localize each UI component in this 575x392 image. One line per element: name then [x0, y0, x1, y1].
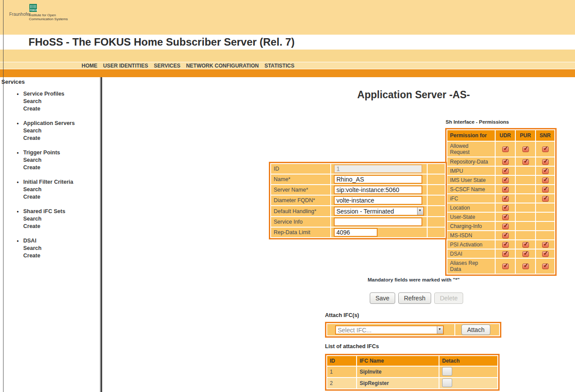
pur-checkbox[interactable] [516, 157, 535, 166]
snr-checkbox[interactable] [536, 259, 554, 274]
checkbox-checked-icon [542, 159, 549, 165]
detach-button[interactable] [442, 367, 452, 376]
initial-filter-criteria-search-link[interactable]: Search [18, 186, 75, 193]
checkbox-checked-icon [542, 178, 549, 183]
mandatory-fields-note: Mandatory fields were marked with "*" [326, 277, 501, 282]
snr-checkbox[interactable] [536, 157, 554, 166]
permission-row: Repository-Data [447, 157, 554, 166]
udr-checkbox[interactable] [496, 167, 515, 175]
pur-checkbox[interactable] [516, 194, 535, 203]
permission-label: Charging-Info [447, 222, 495, 230]
pur-checkbox[interactable] [516, 249, 535, 258]
snr-checkbox[interactable] [536, 142, 554, 157]
service-profiles-create-link[interactable]: Create [18, 105, 75, 113]
save-button[interactable]: Save [370, 292, 395, 304]
service-info-field[interactable] [334, 217, 422, 226]
checkbox-checked-icon [502, 187, 509, 192]
udr-checkbox[interactable] [496, 231, 515, 239]
pur-checkbox[interactable] [516, 185, 535, 193]
udr-checkbox[interactable] [496, 203, 515, 212]
udr-checkbox[interactable] [496, 222, 515, 230]
pur-checkbox[interactable] [516, 231, 535, 239]
name-field[interactable] [334, 175, 422, 184]
delete-button[interactable]: Delete [434, 292, 463, 304]
main-nav: HOME USER IDENTITIES SERVICES NETWORK CO… [82, 63, 294, 69]
permissions-header-row: Permission for UDR PUR SNR [447, 130, 554, 141]
application-servers-search-link[interactable]: Search [18, 127, 75, 135]
form-actions: Save Refresh Delete [370, 292, 463, 304]
udr-checkbox[interactable] [496, 194, 515, 203]
dropdown-arrow-icon[interactable] [417, 207, 423, 215]
institute-line2: Communication Systems [29, 17, 68, 21]
rep-data-limit-field[interactable] [334, 228, 378, 237]
snr-checkbox[interactable] [536, 203, 554, 212]
nav-services[interactable]: SERVICES [154, 63, 180, 69]
snr-checkbox[interactable] [536, 185, 554, 193]
snr-checkbox[interactable] [536, 194, 554, 203]
udr-checkbox[interactable] [496, 249, 515, 258]
pur-checkbox[interactable] [516, 203, 535, 212]
sidebar-item-trigger-points: Trigger Points [18, 149, 75, 157]
shared-ifc-sets-create-link[interactable]: Create [18, 223, 75, 230]
snr-checkbox[interactable] [536, 222, 554, 230]
rep-data-limit-label: Rep-Data Limit [271, 228, 330, 237]
initial-filter-criteria-create-link[interactable]: Create [18, 193, 75, 201]
snr-checkbox[interactable] [536, 167, 554, 175]
udr-checkbox[interactable] [496, 142, 515, 157]
pur-checkbox[interactable] [516, 222, 535, 230]
sidebar-divider[interactable] [100, 77, 102, 392]
snr-checkbox[interactable] [536, 231, 554, 239]
checkbox-checked-icon [522, 242, 529, 248]
form-spacer-cell [428, 228, 445, 237]
refresh-button[interactable]: Refresh [398, 292, 431, 304]
snr-checkbox[interactable] [536, 176, 554, 184]
dsai-search-link[interactable]: Search [18, 245, 75, 252]
checkbox-checked-icon [522, 264, 529, 269]
trigger-points-search-link[interactable]: Search [18, 157, 75, 164]
pur-checkbox[interactable] [516, 240, 535, 249]
udr-checkbox[interactable] [496, 259, 515, 274]
checkbox-checked-icon [522, 159, 529, 165]
udr-checkbox[interactable] [496, 240, 515, 249]
snr-checkbox[interactable] [536, 240, 554, 249]
trigger-points-create-link[interactable]: Create [18, 164, 75, 171]
nav-statistics[interactable]: STATISTICS [264, 63, 294, 69]
default-handling-select[interactable]: Session - Terminated [334, 207, 424, 216]
fokus-logo-icon: FOKUS [29, 4, 37, 12]
shared-ifc-sets-search-link[interactable]: Search [18, 215, 75, 223]
pur-checkbox[interactable] [516, 142, 535, 157]
diameter-fqdn-field[interactable] [334, 196, 422, 205]
pur-checkbox[interactable] [516, 176, 535, 184]
permission-row: IMS User State [447, 176, 554, 184]
checkbox-checked-icon [502, 214, 509, 220]
permission-row: PSI Activation [447, 240, 554, 249]
udr-checkbox[interactable] [496, 176, 515, 184]
checkbox-checked-icon [542, 187, 549, 192]
attach-button[interactable]: Attach [461, 324, 490, 335]
pur-checkbox[interactable] [516, 213, 535, 221]
nav-home[interactable]: HOME [82, 63, 97, 69]
server-name-field[interactable] [334, 185, 422, 194]
select-ifc-dropdown[interactable]: Select IFC... [335, 325, 444, 335]
dsai-create-link[interactable]: Create [18, 252, 75, 260]
udr-checkbox[interactable] [496, 185, 515, 193]
permission-row: MS-ISDN [447, 231, 554, 239]
snr-checkbox[interactable] [536, 213, 554, 221]
form-row-diameter-fqdn: Diameter FQDN* [271, 196, 445, 205]
service-info-label: Service Info [271, 217, 330, 227]
fokus-logo-bars [30, 5, 36, 8]
sidebar-group-trigger-points: Trigger Points Search Create [18, 149, 75, 171]
detach-button[interactable] [442, 378, 452, 387]
nav-user-identities[interactable]: USER IDENTITIES [103, 63, 148, 69]
snr-checkbox[interactable] [536, 249, 554, 258]
udr-checkbox[interactable] [496, 213, 515, 221]
pur-checkbox[interactable] [516, 259, 535, 274]
checkbox-checked-icon [502, 146, 509, 152]
dropdown-arrow-icon[interactable] [437, 326, 443, 334]
nav-network-configuration[interactable]: NETWORK CONFIGURATION [186, 63, 259, 69]
udr-checkbox[interactable] [496, 157, 515, 166]
service-profiles-search-link[interactable]: Search [18, 98, 75, 105]
pur-checkbox[interactable] [516, 167, 535, 175]
sidebar-item-initial-filter-criteria: Initial Filter Criteria [18, 178, 75, 186]
application-servers-create-link[interactable]: Create [18, 135, 75, 142]
